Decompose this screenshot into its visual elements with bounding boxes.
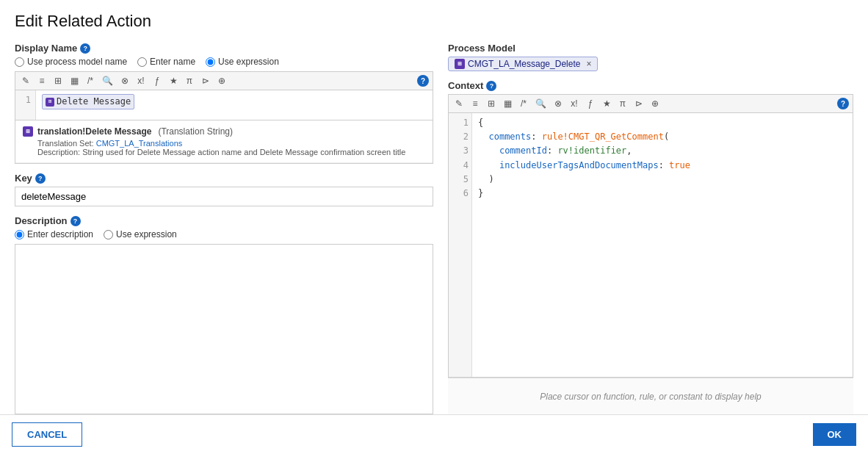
editor-line-numbers: 1	[15, 90, 36, 120]
editor-code-content[interactable]: ⊞ Delete Message	[36, 90, 433, 120]
editor-value: Delete Message	[57, 95, 131, 109]
process-model-name: CMGT_LA_Message_Delete	[468, 59, 580, 69]
ctx-toolbar-btn-list[interactable]: ≡	[469, 97, 482, 110]
key-section: Key ?	[15, 173, 433, 206]
context-section: Context ? ✎ ≡ ⊞ ▦ /* 🔍	[448, 80, 853, 414]
ctx-toolbar-btn-grid[interactable]: ⊞	[485, 97, 498, 110]
ok-button[interactable]: OK	[813, 423, 857, 446]
suggestion-set-link[interactable]: CMGT_LA_Translations	[96, 139, 183, 148]
toolbar-btn-xi[interactable]: x!	[134, 74, 148, 87]
radio-description-use-expression[interactable]: Use expression	[104, 229, 177, 239]
description-textarea[interactable]	[15, 244, 433, 414]
toolbar-btn-edit[interactable]: ✎	[19, 74, 32, 87]
description-radio-group: Enter description Use expression	[15, 229, 433, 239]
ctx-toolbar-btn-fx[interactable]: ƒ	[584, 97, 597, 110]
main-content: Edit Related Action Display Name ? Use p…	[0, 0, 868, 414]
footer: CANCEL OK	[0, 414, 868, 454]
suggestion-type: (Translation String)	[158, 126, 233, 137]
toolbar-btn-fx[interactable]: ƒ	[151, 74, 164, 87]
right-col: Process Model ⊞ CMGT_LA_Message_Delete ×	[448, 43, 853, 414]
display-name-help-icon[interactable]: ?	[80, 43, 90, 54]
description-label: Description ?	[15, 215, 433, 226]
two-col-layout: Display Name ? Use process model name En…	[15, 43, 853, 414]
radio-use-expression[interactable]: Use expression	[206, 57, 279, 67]
key-label: Key ?	[15, 173, 433, 184]
toolbar-btn-list[interactable]: ≡	[35, 74, 48, 87]
context-line-numbers: 1 2 3 4 5 6	[449, 113, 472, 377]
key-help-icon[interactable]: ?	[35, 173, 46, 184]
ctx-toolbar-btn-search[interactable]: 🔍	[533, 97, 549, 110]
description-section: Description ? Enter description Use expr…	[15, 215, 433, 414]
ctx-toolbar-btn-cross[interactable]: ⊗	[551, 97, 565, 110]
radio-enter-name[interactable]: Enter name	[137, 57, 195, 67]
display-name-toolbar: ✎ ≡ ⊞ ▦ /* 🔍 ⊗ x! ƒ ★ π ⊳ ⊕ ?	[15, 71, 433, 90]
suggestion-item[interactable]: ⊞ translation!Delete Message (Translatio…	[15, 120, 433, 163]
ctx-toolbar-btn-star[interactable]: ★	[600, 97, 613, 110]
toolbar-help-btn[interactable]: ?	[417, 75, 429, 87]
ctx-toolbar-btn-xi[interactable]: x!	[568, 97, 581, 110]
cancel-button[interactable]: CANCEL	[12, 422, 82, 447]
radio-enter-description[interactable]: Enter description	[15, 229, 93, 239]
radio-use-process-model-name[interactable]: Use process model name	[15, 57, 127, 67]
radio-description-use-expression-input[interactable]	[104, 230, 113, 239]
toolbar-btn-search[interactable]: 🔍	[100, 74, 115, 87]
radio-use-expression-input[interactable]	[206, 57, 215, 67]
ctx-toolbar-btn-pi[interactable]: π	[616, 97, 629, 110]
ctx-toolbar-btn-edit[interactable]: ✎	[452, 97, 466, 110]
ctx-toolbar-btn-globe[interactable]: ⊕	[648, 97, 662, 110]
process-model-label: Process Model	[448, 43, 853, 54]
toolbar-btn-comment[interactable]: /*	[84, 74, 97, 87]
display-name-label: Display Name ?	[15, 43, 433, 54]
radio-use-process-model-name-input[interactable]	[15, 57, 24, 67]
process-model-icon: ⊞	[455, 59, 465, 69]
toolbar-btn-cross[interactable]: ⊗	[118, 74, 131, 87]
display-name-section: Display Name ? Use process model name En…	[15, 43, 433, 164]
page-title: Edit Related Action	[15, 12, 853, 31]
display-name-editor[interactable]: 1 ⊞ Delete Message	[15, 90, 433, 120]
toolbar-btn-globe[interactable]: ⊕	[215, 74, 228, 87]
suggestion-set-label: Translation Set:	[37, 139, 94, 148]
left-col: Display Name ? Use process model name En…	[15, 43, 433, 414]
suggestion-dropdown: ⊞ translation!Delete Message (Translatio…	[15, 120, 433, 164]
radio-enter-description-input[interactable]	[15, 230, 24, 239]
ctx-toolbar-btn-comment[interactable]: /*	[517, 97, 530, 110]
suggestion-desc-value: String used for Delete Message action na…	[82, 148, 405, 156]
context-code-area[interactable]: 1 2 3 4 5 6 { comments: rule!CMGT_QR_Get…	[449, 113, 853, 377]
context-toolbar: ✎ ≡ ⊞ ▦ /* 🔍 ⊗ x! ƒ ★ π	[449, 95, 853, 113]
page-container: Edit Related Action Display Name ? Use p…	[0, 0, 868, 454]
key-input[interactable]	[15, 187, 433, 206]
ctx-toolbar-help-btn[interactable]: ?	[837, 98, 849, 109]
toolbar-btn-table[interactable]: ▦	[68, 74, 81, 87]
process-model-close-btn[interactable]: ×	[586, 59, 591, 69]
context-editor: ✎ ≡ ⊞ ▦ /* 🔍 ⊗ x! ƒ ★ π	[448, 94, 853, 378]
description-help-icon[interactable]: ?	[70, 216, 81, 226]
toolbar-btn-pi[interactable]: π	[183, 74, 196, 87]
toolbar-btn-star[interactable]: ★	[167, 74, 180, 87]
context-code-content[interactable]: { comments: rule!CMGT_QR_GetComment( com…	[472, 113, 853, 377]
context-label: Context ?	[448, 80, 853, 91]
suggestion-desc-label: Description:	[37, 148, 80, 156]
ctx-toolbar-btn-table[interactable]: ▦	[501, 97, 514, 110]
display-name-radio-group: Use process model name Enter name Use ex…	[15, 57, 433, 67]
process-model-tag: ⊞ CMGT_LA_Message_Delete ×	[448, 57, 598, 71]
radio-enter-name-input[interactable]	[137, 57, 147, 67]
ctx-toolbar-btn-arrow[interactable]: ⊳	[632, 97, 645, 110]
toolbar-btn-grid[interactable]: ⊞	[51, 74, 65, 87]
process-model-section: Process Model ⊞ CMGT_LA_Message_Delete ×	[448, 43, 853, 71]
context-help-icon[interactable]: ?	[486, 81, 496, 91]
context-help-hint: Place cursor on function, rule, or const…	[448, 378, 853, 414]
suggestion-title: translation!Delete Message	[37, 126, 151, 137]
toolbar-btn-arrow[interactable]: ⊳	[199, 74, 212, 87]
suggestion-icon: ⊞	[26, 129, 30, 134]
